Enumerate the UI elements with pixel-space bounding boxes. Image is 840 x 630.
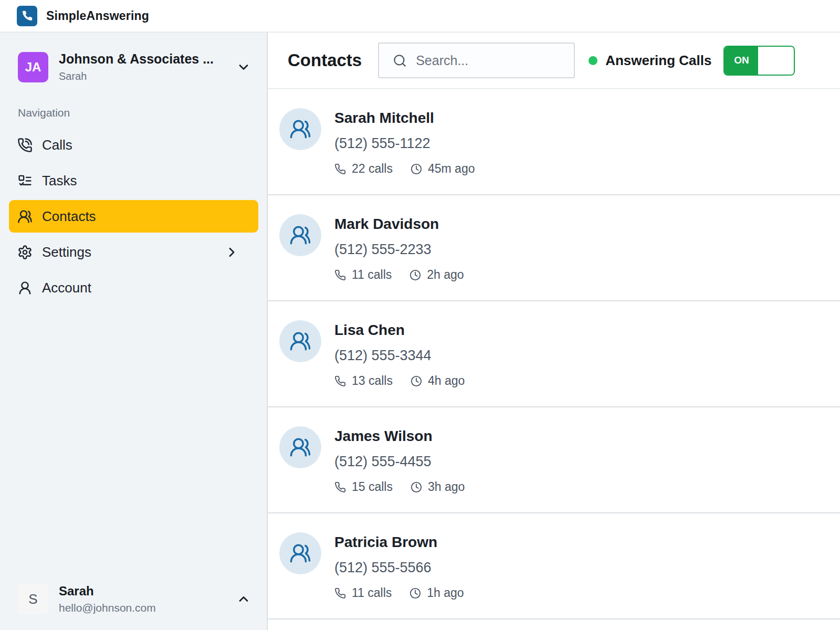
workspace-name: Johnson & Associates ... <box>59 51 236 67</box>
contact-avatar <box>279 426 321 468</box>
users-icon <box>289 118 311 140</box>
contact-phone: (512) 555-4455 <box>334 454 465 470</box>
users-icon <box>289 542 311 564</box>
user-name: Sarah <box>59 584 236 598</box>
phone-call-icon <box>17 138 42 153</box>
status-dot-icon <box>589 56 597 65</box>
app-logo <box>17 6 37 26</box>
contact-last-call: 2h ago <box>410 268 464 282</box>
contact-phone: (512) 555-5566 <box>334 560 464 576</box>
sidebar-item-label: Contacts <box>42 208 96 225</box>
users-icon <box>289 330 311 352</box>
sidebar: JA Johnson & Associates ... Sarah Naviga… <box>0 33 268 630</box>
contact-name: Sarah Mitchell <box>334 110 475 127</box>
tasks-checklist-icon <box>17 173 42 188</box>
sidebar-item-contacts[interactable]: Contacts <box>9 200 258 233</box>
clock-icon <box>411 375 422 387</box>
search-input[interactable] <box>416 53 564 68</box>
chevron-down-icon <box>236 60 251 75</box>
main-header: Contacts Answering Calls ON <box>268 33 840 89</box>
contact-last-call: 45m ago <box>411 162 475 176</box>
phone-icon <box>334 587 346 599</box>
contact-row[interactable]: Patricia Brown (512) 555-5566 11 calls 1… <box>268 513 840 620</box>
contact-avatar <box>279 214 321 256</box>
contact-last-call: 1h ago <box>410 586 464 600</box>
contact-last-call: 4h ago <box>411 374 465 388</box>
chevron-up-icon <box>236 592 251 606</box>
gear-icon <box>17 245 42 260</box>
answering-toggle[interactable]: ON <box>723 46 795 76</box>
contact-avatar <box>279 532 321 574</box>
users-icon <box>17 209 42 224</box>
user-avatar: S <box>18 584 48 614</box>
page-title: Contacts <box>288 50 362 70</box>
app-name: SimpleAnswering <box>46 9 149 23</box>
search-box <box>378 43 575 78</box>
user-email: hello@johnson.com <box>59 602 236 614</box>
contact-row[interactable]: Lisa Chen (512) 555-3344 13 calls 4h ago <box>268 301 840 407</box>
contact-calls: 11 calls <box>334 586 392 600</box>
search-icon <box>393 54 407 68</box>
contact-row[interactable]: Mark Davidson (512) 555-2233 11 calls 2h… <box>268 195 840 301</box>
sidebar-item-label: Account <box>42 280 91 296</box>
status-label: Answering Calls <box>605 52 711 69</box>
main-panel: Contacts Answering Calls ON <box>268 33 840 630</box>
phone-icon <box>22 10 33 22</box>
user-icon <box>17 280 42 296</box>
clock-icon <box>410 587 421 599</box>
contact-calls: 15 calls <box>334 480 393 494</box>
sidebar-item-label: Tasks <box>42 173 77 189</box>
sidebar-item-tasks[interactable]: Tasks <box>9 164 258 197</box>
sidebar-item-account[interactable]: Account <box>9 271 258 304</box>
clock-icon <box>411 481 422 493</box>
sidebar-item-label: Settings <box>42 244 91 260</box>
contact-name: Mark Davidson <box>334 216 464 233</box>
users-icon <box>289 224 311 246</box>
contact-phone: (512) 555-2233 <box>334 242 464 258</box>
contact-avatar <box>279 108 321 150</box>
contact-name: Lisa Chen <box>334 322 465 339</box>
contact-row[interactable]: James Wilson (512) 555-4455 15 calls 3h … <box>268 407 840 513</box>
contact-name: Patricia Brown <box>334 534 464 551</box>
chevron-right-icon <box>224 245 249 260</box>
sidebar-item-label: Calls <box>42 137 72 153</box>
phone-icon <box>334 269 346 281</box>
contact-list: Sarah Mitchell (512) 555-1122 22 calls 4… <box>268 89 840 630</box>
sidebar-nav: Calls Tasks Contacts Settings <box>0 125 267 304</box>
topbar: SimpleAnswering <box>0 0 840 33</box>
workspace-switcher[interactable]: JA Johnson & Associates ... Sarah <box>18 51 251 82</box>
contact-name: James Wilson <box>334 428 465 445</box>
toggle-on-label: ON <box>724 47 758 75</box>
nav-section-label: Navigation <box>18 107 267 119</box>
contact-avatar <box>279 320 321 362</box>
contact-calls: 22 calls <box>334 162 393 176</box>
phone-icon <box>334 481 346 493</box>
clock-icon <box>411 163 422 175</box>
workspace-subtitle: Sarah <box>59 70 236 82</box>
answering-status: Answering Calls <box>589 52 711 69</box>
contact-calls: 11 calls <box>334 268 392 282</box>
sidebar-item-calls[interactable]: Calls <box>9 129 258 161</box>
contact-row[interactable]: Sarah Mitchell (512) 555-1122 22 calls 4… <box>268 89 840 195</box>
phone-icon <box>334 163 346 175</box>
clock-icon <box>410 269 421 281</box>
contact-phone: (512) 555-3344 <box>334 348 465 364</box>
contact-last-call: 3h ago <box>411 480 465 494</box>
sidebar-item-settings[interactable]: Settings <box>9 236 258 268</box>
toggle-knob <box>758 47 794 75</box>
users-icon <box>289 436 311 458</box>
workspace-avatar: JA <box>18 52 48 82</box>
contact-calls: 13 calls <box>334 374 393 388</box>
contact-phone: (512) 555-1122 <box>334 135 475 152</box>
user-menu[interactable]: S Sarah hello@johnson.com <box>18 584 251 614</box>
phone-icon <box>334 375 346 387</box>
